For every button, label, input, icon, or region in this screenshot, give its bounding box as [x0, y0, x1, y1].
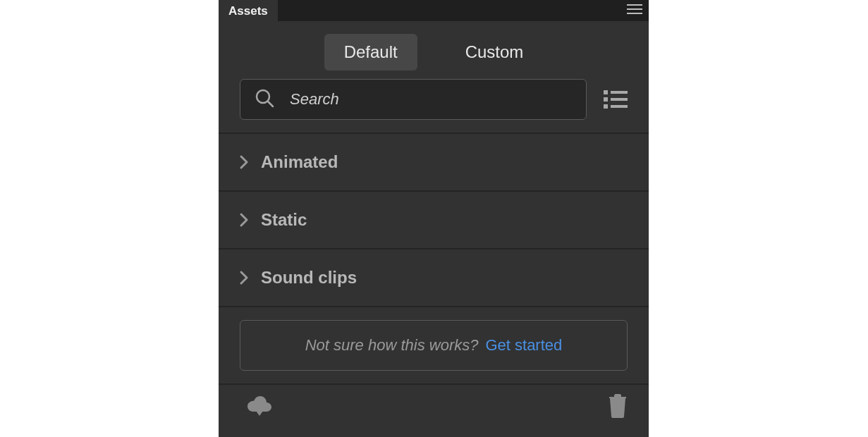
svg-rect-9 — [604, 104, 608, 109]
svg-rect-10 — [611, 105, 628, 108]
header-spacer — [278, 0, 621, 21]
svg-rect-8 — [611, 98, 628, 101]
list-view-icon — [604, 89, 628, 110]
chevron-right-icon — [238, 211, 250, 228]
svg-rect-7 — [604, 97, 608, 101]
svg-rect-5 — [604, 90, 608, 94]
search-input[interactable] — [288, 90, 572, 109]
list-view-button[interactable] — [604, 89, 628, 110]
mode-tabs: Default Custom — [219, 21, 649, 79]
cloud-download-button[interactable] — [247, 395, 272, 417]
tab-custom[interactable]: Custom — [446, 34, 544, 70]
tab-default-label: Default — [344, 42, 398, 61]
category-sound-clips[interactable]: Sound clips — [219, 250, 649, 307]
category-label: Animated — [261, 152, 338, 172]
get-started-link[interactable]: Get started — [485, 336, 562, 355]
category-list: Animated Static Sound clips — [219, 133, 649, 307]
category-label: Sound clips — [261, 268, 357, 288]
delete-button[interactable] — [608, 394, 628, 418]
trash-icon — [608, 394, 628, 418]
chevron-right-icon — [238, 269, 250, 286]
panel-title-tab[interactable]: Assets — [219, 0, 278, 21]
hamburger-icon — [627, 4, 642, 18]
search-row — [219, 79, 649, 133]
category-animated[interactable]: Animated — [219, 134, 649, 192]
help-prompt: Not sure how this works? — [305, 336, 479, 355]
panel-menu-button[interactable] — [621, 0, 649, 21]
help-box: Not sure how this works? Get started — [240, 320, 628, 371]
tab-custom-label: Custom — [465, 42, 524, 61]
panel-title: Assets — [228, 4, 268, 18]
category-label: Static — [261, 210, 307, 230]
panel-footer — [219, 385, 649, 427]
chevron-right-icon — [238, 154, 250, 171]
cloud-download-icon — [247, 395, 272, 417]
svg-line-4 — [268, 101, 273, 106]
help-section: Not sure how this works? Get started — [219, 307, 649, 385]
assets-panel: Assets Default Custom — [219, 0, 649, 437]
panel-header: Assets — [219, 0, 649, 21]
tab-default[interactable]: Default — [324, 34, 417, 70]
search-box[interactable] — [240, 79, 587, 120]
search-icon — [255, 88, 274, 111]
category-static[interactable]: Static — [219, 192, 649, 250]
svg-rect-6 — [611, 91, 628, 94]
